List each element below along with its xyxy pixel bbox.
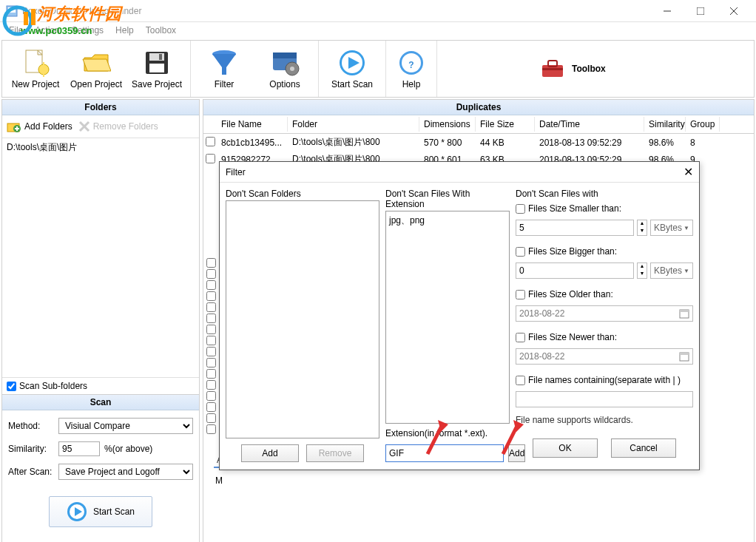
size-bigger-checkbox[interactable] (516, 247, 525, 257)
row-checkbox[interactable] (206, 402, 216, 412)
svg-rect-31 (542, 68, 563, 70)
toolbox-label[interactable]: Toolbox (572, 64, 606, 74)
row-checkbox[interactable] (206, 358, 216, 367)
row-checkbox[interactable] (206, 280, 216, 290)
menu-settings[interactable]: Settings (66, 24, 109, 37)
new-project-button[interactable]: New Project (5, 42, 66, 95)
minimize-button[interactable] (650, 1, 684, 21)
col-folder[interactable]: Folder (288, 117, 419, 132)
newer-date-input[interactable]: 2018-08-22 (516, 348, 693, 365)
folder-list[interactable]: D:\tools\桌面\图片 (2, 138, 199, 377)
menu-help[interactable]: Help (109, 24, 140, 37)
scan-subfolders-checkbox[interactable]: Scan Sub-folders (7, 381, 195, 391)
filter-close-button[interactable]: ✕ (684, 165, 693, 179)
col-datetime[interactable]: Date/Time (535, 117, 644, 132)
toolbox-icon (541, 59, 564, 78)
folder-item[interactable]: D:\tools\桌面\图片 (7, 141, 195, 154)
contains-label: File names containing(separate with | ) (528, 375, 681, 385)
col-filesize[interactable]: File Size (476, 117, 535, 132)
start-scan-big-button[interactable]: Start Scan (49, 496, 152, 527)
menu-toolbox[interactable]: Toolbox (140, 24, 182, 37)
dont-scan-files-label: Don't Scan Files with (516, 189, 693, 199)
menu-file[interactable]: File (3, 24, 29, 37)
size-smaller-input[interactable] (516, 220, 634, 236)
table-row[interactable]: 8cb1cb13495... D:\tools\桌面\图片\800 570 * … (203, 134, 754, 151)
row-checkbox[interactable] (206, 137, 215, 146)
size-smaller-label: Files Size Smaller than: (528, 203, 621, 214)
calendar-icon (679, 351, 689, 362)
scan-subfolders-label: Scan Sub-folders (19, 381, 87, 391)
row-checkbox[interactable] (206, 291, 216, 301)
svg-marker-14 (83, 59, 111, 71)
col-similarity[interactable]: Similarity (644, 117, 686, 132)
start-scan-button[interactable]: Start Scan (322, 42, 382, 95)
filter-dialog-title: Filter (226, 167, 246, 177)
col-filename[interactable]: File Name (217, 117, 288, 132)
dont-scan-ext-list[interactable]: jpg、png (385, 211, 510, 424)
row-checkbox[interactable] (206, 369, 216, 379)
ext-list-item[interactable]: jpg、png (389, 214, 506, 227)
older-label: Files Size Older than: (528, 289, 613, 299)
filter-icon (209, 48, 239, 78)
row-checkbox[interactable] (206, 347, 216, 356)
filter-ok-button[interactable]: OK (533, 438, 598, 458)
after-scan-select[interactable]: Save Project and Logoff (58, 464, 193, 480)
method-select[interactable]: Visiual Compare (58, 418, 193, 434)
remove-folder-icon (78, 121, 90, 132)
row-checkbox[interactable] (206, 391, 216, 401)
duplicates-table-header: File Name Folder Dimensions File Size Da… (203, 115, 754, 134)
filter-dialog: Filter ✕ Don't Scan Folders Add Remove D… (219, 161, 700, 470)
row-checkbox[interactable] (206, 269, 216, 279)
titlebar: Boxoft Duplicate Image Finder (0, 0, 756, 22)
row-checkbox[interactable] (206, 380, 216, 390)
save-project-button[interactable]: Save Project (126, 42, 187, 95)
maximize-button[interactable] (684, 1, 717, 21)
older-checkbox[interactable] (516, 290, 525, 299)
row-checkbox[interactable] (206, 424, 216, 434)
remove-folders-label: Remove Folders (93, 121, 158, 132)
menu-action[interactable]: Action (29, 24, 65, 37)
add-folders-button[interactable]: Add Folders (7, 120, 72, 133)
remove-folders-button: Remove Folders (78, 121, 158, 132)
start-scan-label: Start Scan (331, 79, 373, 89)
contains-checkbox[interactable] (516, 376, 525, 385)
size-bigger-unit[interactable]: KBytes▼ (650, 262, 693, 279)
filter-cancel-button[interactable]: Cancel (611, 438, 676, 458)
row-checkbox[interactable] (206, 154, 215, 163)
older-date-input[interactable]: 2018-08-22 (516, 305, 693, 322)
filter-button[interactable]: Filter (194, 42, 254, 95)
dont-scan-folders-list[interactable] (226, 200, 379, 438)
scan-header: Scan (2, 395, 199, 410)
annotation-arrow (420, 419, 450, 458)
similarity-input[interactable] (58, 441, 100, 456)
window-title: Boxoft Duplicate Image Finder (22, 6, 650, 16)
help-button[interactable]: ? Help (389, 42, 433, 95)
size-smaller-checkbox[interactable] (516, 204, 525, 214)
size-bigger-input[interactable] (516, 262, 634, 279)
row-checkbox[interactable] (206, 413, 216, 423)
row-checkbox[interactable] (206, 302, 216, 312)
row-checkbox[interactable] (206, 325, 216, 334)
options-button[interactable]: Options (254, 42, 315, 95)
toolbar: New Project Open Project Save Project Fi… (1, 40, 755, 98)
size-smaller-unit[interactable]: KBytes▼ (650, 220, 693, 236)
folders-header: Folders (2, 100, 199, 115)
col-group[interactable]: Group (686, 117, 720, 132)
close-button[interactable] (717, 1, 750, 21)
contains-input[interactable] (516, 391, 693, 407)
filter-label: Filter (215, 79, 234, 89)
col-dimensions[interactable]: Dimensions (419, 117, 476, 132)
row-checkbox[interactable] (206, 314, 216, 323)
row-checkbox[interactable] (206, 336, 216, 345)
obscured-checkboxes (206, 258, 216, 434)
save-project-label: Save Project (132, 79, 182, 89)
row-checkbox[interactable] (206, 258, 216, 268)
tab-mark[interactable]: M (214, 472, 414, 489)
newer-checkbox[interactable] (516, 333, 525, 342)
dont-scan-folders-label: Don't Scan Folders (226, 189, 379, 199)
svg-rect-17 (149, 64, 164, 72)
folders-add-button[interactable]: Add (241, 444, 299, 462)
open-project-icon (81, 49, 111, 77)
open-project-button[interactable]: Open Project (66, 42, 126, 95)
wildcard-note: File name supports wildcards. (516, 415, 693, 425)
